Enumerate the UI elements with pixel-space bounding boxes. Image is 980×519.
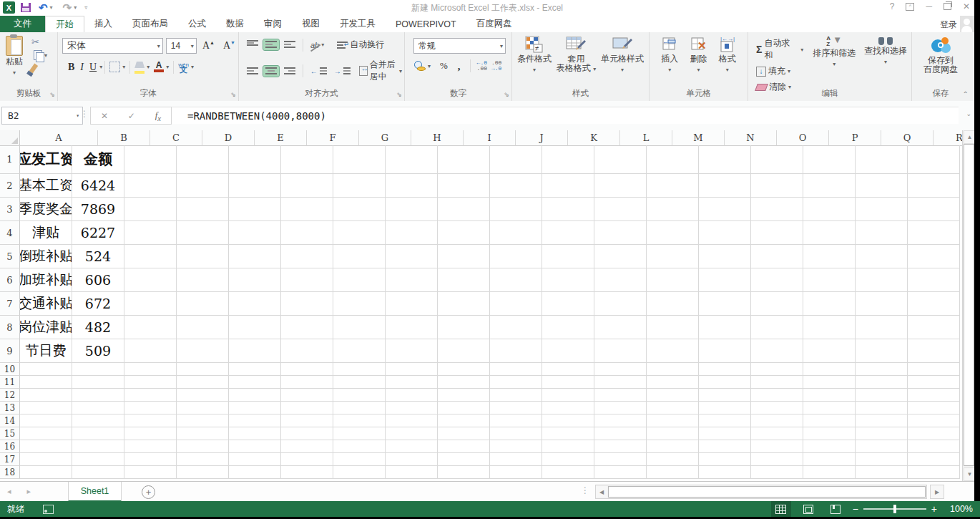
row-header-6[interactable]: 6 xyxy=(0,268,20,292)
cell-J2[interactable] xyxy=(490,174,542,198)
cell-Q10[interactable] xyxy=(856,363,908,376)
delete-cells-button[interactable]: ✕ 删除 ▾ xyxy=(690,32,707,74)
tab-powerpivot[interactable]: POWERPIVOT xyxy=(386,16,466,32)
cell-M15[interactable] xyxy=(647,427,699,440)
cell-C18[interactable] xyxy=(124,466,177,479)
cell-H1[interactable] xyxy=(386,145,438,174)
cell-H12[interactable] xyxy=(386,389,438,402)
column-header-G[interactable]: G xyxy=(359,130,411,146)
cell-B14[interactable] xyxy=(72,414,124,427)
cell-B12[interactable] xyxy=(72,389,124,402)
cell-N4[interactable] xyxy=(699,221,751,245)
cell-A12[interactable] xyxy=(20,389,72,402)
cell-R6[interactable] xyxy=(908,268,960,292)
cell-N3[interactable] xyxy=(699,198,751,221)
cell-L15[interactable] xyxy=(594,427,647,440)
increase-indent-button[interactable]: → xyxy=(332,66,353,77)
cell-F10[interactable] xyxy=(281,363,333,376)
align-middle-button[interactable] xyxy=(263,39,279,50)
row-header-3[interactable]: 3 xyxy=(0,198,20,221)
cell-I17[interactable] xyxy=(438,453,490,466)
avatar[interactable] xyxy=(960,16,974,32)
view-page-break-button[interactable] xyxy=(825,501,846,517)
cell-E6[interactable] xyxy=(229,268,281,292)
cell-M3[interactable] xyxy=(647,198,699,221)
bold-button[interactable]: B xyxy=(65,62,77,73)
cell-N10[interactable] xyxy=(699,363,751,376)
cell-E3[interactable] xyxy=(229,198,281,221)
zoom-out-icon[interactable]: − xyxy=(853,504,858,514)
cell-E17[interactable] xyxy=(229,453,281,466)
cell-K14[interactable] xyxy=(542,414,594,427)
column-header-F[interactable]: F xyxy=(307,130,359,146)
cell-G11[interactable] xyxy=(333,376,386,389)
cell-Q17[interactable] xyxy=(856,453,908,466)
format-as-table-button[interactable]: 套用表格格式 ▾ xyxy=(557,32,596,74)
row-header-13[interactable]: 13 xyxy=(0,402,20,414)
cell-I6[interactable] xyxy=(438,268,490,292)
cell-B13[interactable] xyxy=(72,402,124,414)
cell-R4[interactable] xyxy=(908,221,960,245)
cell-F17[interactable] xyxy=(281,453,333,466)
cell-O7[interactable] xyxy=(751,292,803,316)
cell-J6[interactable] xyxy=(490,268,542,292)
cell-K1[interactable] xyxy=(542,145,594,174)
cell-L14[interactable] xyxy=(594,414,647,427)
cell-I10[interactable] xyxy=(438,363,490,376)
cell-B9[interactable]: 509 xyxy=(72,339,124,363)
cell-Q13[interactable] xyxy=(856,402,908,414)
cell-M13[interactable] xyxy=(647,402,699,414)
cell-O2[interactable] xyxy=(751,174,803,198)
insert-function-icon[interactable]: fx xyxy=(155,110,161,122)
cell-F16[interactable] xyxy=(281,440,333,453)
cell-D1[interactable] xyxy=(177,145,229,174)
cell-P4[interactable] xyxy=(803,221,856,245)
save-to-baidu-button[interactable]: 保存到百度网盘 xyxy=(912,32,969,74)
cell-M14[interactable] xyxy=(647,414,699,427)
cell-Q14[interactable] xyxy=(856,414,908,427)
cell-D11[interactable] xyxy=(177,376,229,389)
cell-R7[interactable] xyxy=(908,292,960,316)
tab-review[interactable]: 审阅 xyxy=(254,16,292,32)
cell-P17[interactable] xyxy=(803,453,856,466)
cell-F12[interactable] xyxy=(281,389,333,402)
cell-R8[interactable] xyxy=(908,316,960,339)
cell-A1[interactable]: 应发工资 xyxy=(20,145,72,174)
cell-Q18[interactable] xyxy=(856,466,908,479)
cell-J8[interactable] xyxy=(490,316,542,339)
cell-D14[interactable] xyxy=(177,414,229,427)
cell-O1[interactable] xyxy=(751,145,803,174)
cell-D3[interactable] xyxy=(177,198,229,221)
number-format-combo[interactable]: 常规 ▾ xyxy=(413,38,506,54)
cell-Q11[interactable] xyxy=(856,376,908,389)
cell-E18[interactable] xyxy=(229,466,281,479)
cell-B18[interactable] xyxy=(72,466,124,479)
close-icon[interactable]: ✕ xyxy=(963,1,970,11)
format-cells-button[interactable]: |←→| 格式 ▾ xyxy=(719,32,736,74)
cell-G12[interactable] xyxy=(333,389,386,402)
cell-E11[interactable] xyxy=(229,376,281,389)
minimize-icon[interactable]: ─ xyxy=(926,1,932,11)
column-header-R[interactable]: R xyxy=(934,130,962,146)
cell-I12[interactable] xyxy=(438,389,490,402)
cell-Q7[interactable] xyxy=(856,292,908,316)
cell-N15[interactable] xyxy=(699,427,751,440)
column-header-H[interactable]: H xyxy=(411,130,464,146)
cell-L3[interactable] xyxy=(594,198,647,221)
cell-F2[interactable] xyxy=(281,174,333,198)
cell-D16[interactable] xyxy=(177,440,229,453)
cell-L5[interactable] xyxy=(594,245,647,268)
cell-O16[interactable] xyxy=(751,440,803,453)
tab-data[interactable]: 数据 xyxy=(216,16,254,32)
cell-O9[interactable] xyxy=(751,339,803,363)
cell-D13[interactable] xyxy=(177,402,229,414)
cell-M17[interactable] xyxy=(647,453,699,466)
zoom-slider[interactable] xyxy=(863,508,926,510)
zoom-level[interactable]: 100% xyxy=(944,504,973,514)
font-size-combo[interactable]: 14 ▾ xyxy=(166,38,197,54)
cell-I18[interactable] xyxy=(438,466,490,479)
cell-P15[interactable] xyxy=(803,427,856,440)
column-header-P[interactable]: P xyxy=(829,130,881,146)
cell-K16[interactable] xyxy=(542,440,594,453)
cell-Q12[interactable] xyxy=(856,389,908,402)
